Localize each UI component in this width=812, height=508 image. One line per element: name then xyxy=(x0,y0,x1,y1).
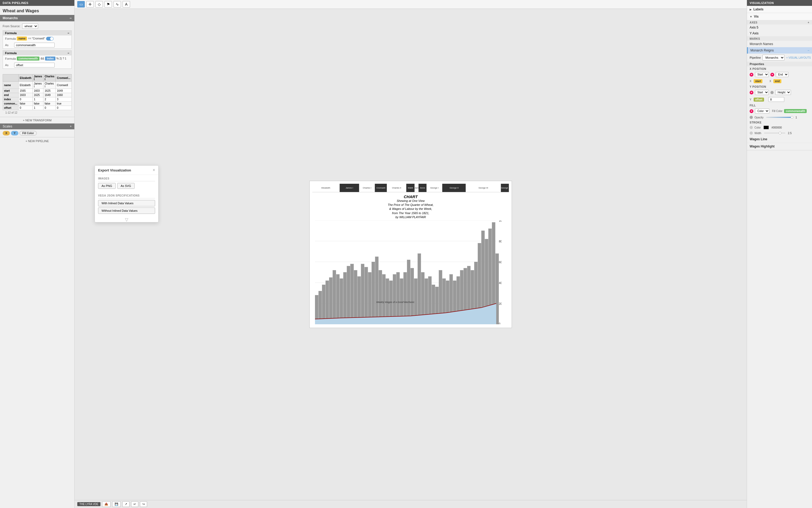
pipeline-select[interactable]: Monarchs xyxy=(762,55,784,60)
fill-commonwealth-pill[interactable]: commonwealth xyxy=(784,109,807,113)
visual-layouts-btn[interactable]: + VISUAL LAYOUTS xyxy=(786,56,811,59)
undo-btn[interactable]: ↩ xyxy=(131,501,138,507)
x-start-select[interactable]: Start xyxy=(755,72,769,77)
scale-fc-pill[interactable]: Fill Color xyxy=(19,131,37,135)
vis-section-header[interactable]: ▼ Vis xyxy=(747,13,812,20)
x-pills-row: X start X end xyxy=(747,78,812,84)
stroke-label: STROKE xyxy=(747,120,812,125)
x-start-pill[interactable]: start xyxy=(754,79,763,83)
wages-line-item[interactable]: Wages Line xyxy=(747,136,812,143)
export-png-btn[interactable]: As PNG xyxy=(98,183,116,189)
data-section: Elizabeth James I Charles I Cromwel... n… xyxy=(0,73,74,117)
save-btn[interactable]: 💾 xyxy=(112,501,121,507)
x-start-remove-btn[interactable]: ✕ xyxy=(750,73,753,77)
scale-x-pill[interactable]: X xyxy=(3,131,10,135)
export-svg-btn[interactable]: As SVG xyxy=(117,183,135,189)
share-btn[interactable]: ↗ xyxy=(122,501,130,507)
axis5-item[interactable]: Axis 5 xyxy=(747,25,812,30)
new-pipeline-btn[interactable]: + NEW PIPELINE xyxy=(0,137,74,145)
toolbar-shape-btn[interactable]: ◇ xyxy=(95,1,103,7)
monarchs-section-bar: Monarchs − xyxy=(0,15,74,21)
x-end-remove-btn[interactable]: ✕ xyxy=(770,73,774,77)
scale-y-pill[interactable]: Y xyxy=(11,131,18,135)
y-start-remove-btn[interactable]: ✕ xyxy=(750,91,753,94)
monarch-segment: George III xyxy=(466,184,501,192)
monarch-bar: ElizabethJames ICharles ICromwellCharles… xyxy=(312,184,509,192)
stroke-width-slider[interactable] xyxy=(764,132,785,134)
monarch-segment: Charles II xyxy=(387,184,407,192)
left-panel-header: DATA PIPELINES xyxy=(0,0,74,6)
y-value-input[interactable] xyxy=(768,97,784,102)
toolbar-add-btn[interactable]: ✛ xyxy=(86,1,94,7)
new-transform-btn[interactable]: + NEW TRANSFORM xyxy=(0,117,74,123)
formula1-as-input[interactable] xyxy=(14,43,55,47)
labels-section: ▶ Labels xyxy=(747,6,812,13)
table-row-label: start xyxy=(3,89,19,93)
wages-highlight-item[interactable]: Wages Highlight xyxy=(747,143,812,150)
stroke-width-label: Width xyxy=(755,132,761,135)
export-inlined-btn[interactable]: With Inlined Data Values xyxy=(98,200,155,206)
wheat-bar xyxy=(350,264,353,324)
y-height-select[interactable]: Height xyxy=(775,90,791,95)
wheat-bar xyxy=(333,270,336,325)
formula2-collapse[interactable]: − xyxy=(68,51,69,55)
labels-section-header[interactable]: ▶ Labels xyxy=(747,6,812,13)
y-position-label: Y POSITION xyxy=(747,84,812,89)
toolbar-flag-btn[interactable]: ⚑ xyxy=(104,1,112,7)
formula2-expr-text: % 2) ? 1 xyxy=(56,57,66,60)
opacity-thumb[interactable] xyxy=(791,116,793,119)
table-row: end1603162516491660 xyxy=(3,93,72,97)
wheat-bar xyxy=(322,285,325,324)
table-row-label: common... xyxy=(3,101,19,106)
toolbar-text-btn[interactable]: A xyxy=(123,1,130,7)
stroke-color-swatch[interactable] xyxy=(764,126,769,129)
table-cell: true xyxy=(56,101,72,106)
monarch-reigns-item[interactable]: Monarch Reigns − xyxy=(747,47,812,54)
fill-color-label: Fill Color xyxy=(772,110,782,113)
fill-remove-btn[interactable]: ✕ xyxy=(750,109,753,113)
toolbar-select-btn[interactable]: ▭ xyxy=(77,1,85,7)
table-cell: Cromwell xyxy=(56,82,72,89)
table-cell: 1649 xyxy=(56,89,72,93)
formula2-index-pill[interactable]: index xyxy=(45,56,55,60)
wheat-bar xyxy=(354,270,357,325)
table-cell: false xyxy=(19,101,33,106)
monarch-names-item[interactable]: Monarch Names xyxy=(747,41,812,47)
x-end-pill[interactable]: end xyxy=(773,79,781,83)
from-source-select[interactable]: wheat xyxy=(22,24,38,29)
scales-plus[interactable]: + xyxy=(70,125,72,128)
y-start-select[interactable]: Start xyxy=(755,90,769,95)
table-row: index0123 xyxy=(3,97,72,101)
formula2-commonwealth-pill[interactable]: commonwealth xyxy=(17,56,39,60)
axes-plus-btn[interactable]: + xyxy=(808,21,809,24)
toolbar-wave-btn[interactable]: ∿ xyxy=(113,1,121,7)
modal-close-btn[interactable]: × xyxy=(153,168,155,173)
formula2-as-input[interactable] xyxy=(14,63,55,68)
formula2-section: Formula − Formula commonwealth && index … xyxy=(3,50,72,69)
formula1-collapse[interactable]: − xyxy=(68,32,69,35)
formula2-as-row: As xyxy=(3,61,71,69)
x-end-select[interactable]: End xyxy=(776,72,789,77)
monarchs-collapse-btn[interactable]: − xyxy=(69,16,72,20)
opacity-slider[interactable] xyxy=(766,117,793,118)
monarch-reigns-collapse[interactable]: − xyxy=(808,48,809,52)
formula2-op: && xyxy=(41,57,44,60)
wheat-bar xyxy=(375,257,378,325)
stroke-width-thumb[interactable] xyxy=(779,132,781,134)
y-axis-item[interactable]: Y Axis xyxy=(747,30,812,36)
formula1-toggle[interactable] xyxy=(46,37,54,41)
redo-btn[interactable]: ↪ xyxy=(140,501,147,507)
fill-color-select[interactable]: Color xyxy=(755,109,769,114)
bottom-bar: THE LYRA VDE 📤 💾 ↗ ↩ ↪ xyxy=(75,500,747,508)
monarch-segment: George II xyxy=(442,184,466,192)
export-btn[interactable]: 📤 xyxy=(102,501,110,507)
modal-json-label: VEGA JSON SPECIFICATIONS xyxy=(98,194,155,199)
scales-section-bar: Scales + xyxy=(0,123,74,129)
fill-label: FILL xyxy=(747,103,812,108)
y-offset-pill[interactable]: offset xyxy=(754,97,764,101)
stroke-hex: #000000 xyxy=(771,126,782,129)
formula1-name-pill[interactable]: name xyxy=(17,37,27,41)
formula1-expr-label: Formula xyxy=(5,37,16,40)
export-no-inline-btn[interactable]: Without Inlined Data Values xyxy=(98,207,155,214)
monarch-segment: George IV xyxy=(501,184,509,192)
